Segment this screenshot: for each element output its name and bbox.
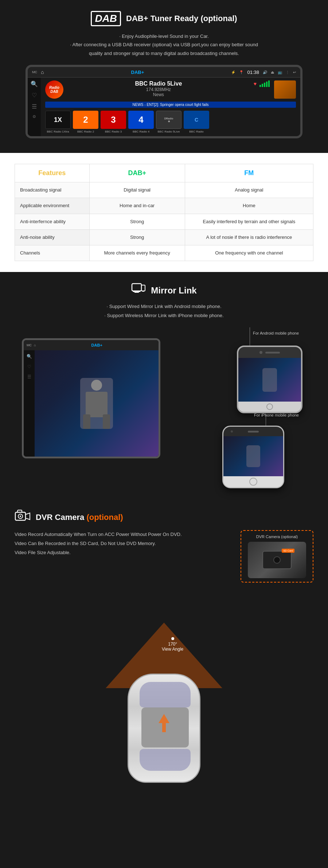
android-label: For Android mobile phone — [253, 331, 299, 335]
feature-cell-3: Anti-noise ability — [15, 229, 90, 245]
screen-dab-label: DAB+ — [47, 70, 227, 75]
dab-header: DAB DAB+ Tuner Ready (optional) — [22, 11, 306, 26]
char-head — [91, 380, 102, 391]
signal-bar-1 — [259, 85, 261, 87]
car-top-view: 170° View Angle — [73, 601, 255, 790]
fm-cell-1: Home — [185, 198, 313, 214]
arrow-head — [159, 714, 169, 723]
dvr-camera-image: SD Card — [248, 542, 306, 578]
dab-logo: DAB — [91, 11, 121, 26]
mirror-link-title: Mirror Link — [151, 285, 196, 296]
svg-rect-0 — [132, 284, 141, 291]
dvr-camera-product-label: DVR Camera (optional) — [245, 534, 309, 539]
car-windshield — [140, 682, 191, 707]
svg-rect-4 — [142, 291, 144, 292]
channel-item-4[interactable]: 4 BBC Radio 4 — [128, 111, 154, 133]
channel-name-4: BBC Radio 4 — [133, 130, 149, 133]
car-topbar-mc: MC — [27, 343, 32, 347]
dvr-content: Video Record Automatically When Turn on … — [15, 530, 313, 583]
android-home-btn — [266, 403, 273, 410]
screen-eject-icon: ⏏ — [271, 70, 274, 74]
dab-description: · Enjoy Audiophile-level Sound in your C… — [22, 32, 306, 58]
android-screen — [238, 358, 301, 402]
svg-rect-1 — [133, 291, 140, 292]
feature-cell-4: Channels — [15, 245, 90, 261]
channel-thumb-2: 2 — [73, 111, 98, 129]
feature-cell-2: Anti-interfernce ability — [15, 214, 90, 229]
arrow-body — [162, 723, 166, 732]
channel-item-3[interactable]: 3 BBC Radio 3 — [101, 111, 126, 133]
radio-details: BBC Radio 5Live 174.928MHz News — [68, 80, 249, 97]
col-dab-header: DAB+ — [89, 164, 185, 182]
screen-home-icon[interactable]: ⌂ — [41, 69, 44, 75]
dvr-camera-icon — [15, 509, 31, 525]
sidebar-menu-icon[interactable]: ☰ — [32, 103, 37, 110]
dab-title: DAB+ Tuner Ready (optional) — [126, 14, 237, 23]
dvr-camera-product: DVR Camera (optional) SD Card — [241, 530, 313, 583]
screen-pin-icon: 📍 — [239, 70, 243, 74]
radio-thumbnail — [274, 80, 296, 99]
char-leg-r — [103, 414, 110, 429]
radio-freq: 174.928MHz — [68, 87, 249, 92]
svg-rect-2 — [134, 292, 139, 293]
screen-topbar: MC ⌂ DAB+ ⚡ 📍 01:38 🔊 ⏏ 📺 ⋮ ↩ — [28, 67, 300, 78]
channel-item-1[interactable]: 1X BBC Radio 1Xtra — [45, 111, 71, 133]
signal-bars — [259, 80, 270, 87]
dab-cell-4: More channels every frequency — [89, 245, 185, 261]
signal-bar-3 — [264, 83, 265, 87]
signal-bar-5 — [268, 80, 270, 87]
dab-screen-mockup: MC ⌂ DAB+ ⚡ 📍 01:38 🔊 ⏏ 📺 ⋮ ↩ 🔍 ♡ ☰ ⚙ Ra… — [26, 65, 302, 138]
fm-cell-3: A lot of nosie if there is radio interfe… — [185, 229, 313, 245]
channel-item-6[interactable]: C BBC Radio — [184, 111, 209, 133]
radio-channels: 1X BBC Radio 1Xtra 2 BBC Radio 2 3 BBC R… — [45, 111, 296, 133]
mirror-phones-area: MC ⌂ DAB+ 🔍 ♡ ☰ For Android mobile phone — [15, 327, 313, 488]
news-ticker: NEWS - ENT[2]: Springer opera court figh… — [45, 102, 296, 108]
channel-name-6: BBC Radio — [189, 130, 204, 133]
channel-item-5[interactable]: DRadio ◉ BBC Radio 5Live — [156, 111, 181, 133]
car-outline — [128, 674, 200, 783]
android-topbar — [238, 347, 301, 358]
dvr-camera-body: SD Card — [262, 551, 292, 569]
iphone-camera — [231, 430, 233, 433]
sidebar-settings-icon[interactable]: ⚙ — [32, 114, 36, 119]
sidebar-search-icon[interactable]: 🔍 — [31, 80, 38, 87]
car-screen-topbar: MC ⌂ DAB+ — [24, 340, 159, 350]
channel-thumb-5: DRadio ◉ — [156, 111, 181, 129]
mirror-header: Mirror Link — [15, 283, 313, 298]
android-label-line — [250, 327, 250, 346]
table-row: Applicable environment Home and in-car H… — [15, 198, 313, 214]
dab-cell-2: Strong — [89, 214, 185, 229]
screen-screen-icon: 📺 — [278, 70, 282, 74]
screen-time: 01:38 — [247, 70, 259, 75]
svg-marker-8 — [26, 513, 30, 520]
channel-thumb-1: 1X — [45, 111, 71, 129]
iphone-bottom — [223, 476, 283, 487]
fm-cell-0: Analog signal — [185, 182, 313, 198]
car-sidebar-icon-1: 🔍 — [27, 354, 32, 359]
car-screen-game — [35, 350, 159, 457]
sidebar-heart-icon[interactable]: ♡ — [32, 92, 37, 99]
android-speaker — [265, 352, 280, 354]
features-section: Features DAB+ FM Broadcasting signal Dig… — [0, 153, 328, 272]
channel-item-2[interactable]: 2 BBC Radio 2 — [73, 111, 98, 133]
table-row: Broadcasting signal Digital signal Analo… — [15, 182, 313, 198]
screen-sidebar: 🔍 ♡ ☰ ⚙ — [28, 78, 41, 136]
radio-name: BBC Radio 5Live — [68, 80, 249, 87]
radio-type: News — [68, 92, 249, 97]
dab-section: DAB DAB+ Tuner Ready (optional) · Enjoy … — [0, 0, 328, 153]
iphone-phone — [222, 426, 284, 488]
screen-menu-icon[interactable]: ⋮ — [286, 70, 289, 74]
dvr-title-text: DVR Camera (optional) — [36, 513, 123, 522]
signal-bar-2 — [262, 84, 263, 87]
fm-cell-2: Easily interfered by terrain and other s… — [185, 214, 313, 229]
iphone-topbar — [223, 427, 283, 436]
screen-back-icon[interactable]: ↩ — [293, 70, 296, 74]
dvr-camera-lens — [273, 556, 281, 564]
mirror-link-icon — [131, 283, 146, 298]
table-row: Anti-noise ability Strong A lot of nosie… — [15, 229, 313, 245]
col-features-header: Features — [15, 164, 90, 182]
char-leg-l — [83, 414, 90, 429]
iphone-screen — [223, 436, 283, 476]
screen-volume-icon: 🔊 — [263, 70, 267, 74]
channel-thumb-3: 3 — [101, 111, 126, 129]
